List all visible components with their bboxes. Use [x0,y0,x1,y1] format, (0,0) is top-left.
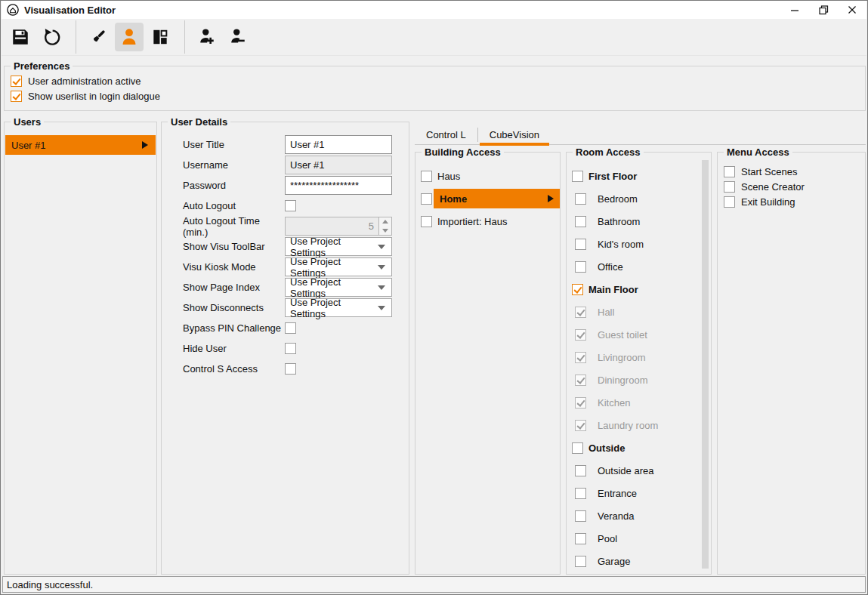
show-disconnects-select[interactable]: Use Project Settings [285,298,392,317]
app-logo-icon [6,3,20,17]
room-label: Kid's room [598,239,644,250]
scene-creator-checkbox[interactable] [724,181,735,193]
preferences-group: Preferences User administration active S… [4,66,866,111]
auto-logout-checkbox[interactable] [285,200,296,211]
user-administration-checkbox[interactable] [11,76,22,87]
bypass-pin-checkbox[interactable] [285,322,296,334]
building-label: Haus [437,171,460,182]
show-userlist-checkbox[interactable] [11,91,22,102]
control-s-access-label: Control S Access [183,363,285,375]
first-floor-checkbox[interactable] [572,171,583,182]
access-tab-bar: Control L CubeVision [415,125,866,145]
room-item[interactable]: Main Floor [567,278,700,301]
show-page-index-select[interactable]: Use Project Settings [285,278,392,297]
bedroom-checkbox[interactable] [575,193,586,205]
stepper-up-icon[interactable] [379,217,391,227]
importiert-haus-checkbox[interactable] [421,216,432,227]
save-icon[interactable] [6,23,35,51]
show-visu-toolbar-row: Show Visu ToolBar Use Project Settings [183,237,391,256]
tab-cubevision[interactable]: CubeVision [478,125,551,144]
undo-icon[interactable] [37,23,66,51]
user-title-input[interactable] [285,135,392,154]
toolbar-separator [76,20,76,54]
room-access-scrollbar[interactable] [702,160,709,569]
room-item[interactable]: Bedroom [567,187,700,210]
auto-logout-time-stepper: 5 [285,217,392,236]
pref-label: Show userlist in login dialogue [28,91,160,102]
office-checkbox[interactable] [575,261,586,273]
pool-checkbox[interactable] [575,533,586,544]
bathroom-checkbox[interactable] [575,216,586,227]
room-label: Outside area [598,465,653,476]
layout-icon[interactable] [146,23,175,51]
hall-checkbox [575,307,586,318]
show-visu-toolbar-select[interactable]: Use Project Settings [285,237,392,256]
room-label: Bedroom [598,193,638,205]
brush-icon[interactable] [84,23,113,51]
stepper-down-icon[interactable] [379,227,391,236]
room-label: First Floor [588,171,637,182]
preferences-title: Preferences [11,60,73,72]
veranda-checkbox[interactable] [575,510,586,522]
main-floor-checkbox[interactable] [572,284,583,295]
building-access-group: Building Access Haus Home Importiert: Ha… [415,152,561,575]
menu-label: Exit Building [741,196,795,208]
remove-user-icon[interactable] [224,23,252,51]
garage-checkbox[interactable] [575,556,586,567]
auto-logout-time-label: Auto Logout Time (min.) [183,215,285,238]
window-controls [780,1,866,19]
user-admin-icon[interactable] [115,23,144,51]
add-user-icon[interactable] [193,23,221,51]
visu-kiosk-mode-select[interactable]: Use Project Settings [285,257,392,276]
haus-checkbox[interactable] [421,171,432,182]
hide-user-checkbox[interactable] [285,343,296,354]
menu-item-scene-creator[interactable]: Scene Creator [718,179,865,194]
room-item[interactable]: Veranda [567,504,700,527]
users-group: Users User #1 [4,122,157,575]
show-visu-toolbar-label: Show Visu ToolBar [183,241,285,252]
close-icon[interactable] [838,1,866,19]
room-label: Diningroom [598,375,647,386]
start-scenes-checkbox[interactable] [724,166,735,177]
room-item[interactable]: Office [567,255,700,278]
menu-item-exit-building[interactable]: Exit Building [718,194,865,209]
user-list-item-selected[interactable]: User #1 [5,135,156,155]
exit-building-checkbox[interactable] [724,196,735,208]
building-item-haus[interactable]: Haus [415,165,560,187]
entrance-checkbox[interactable] [575,488,586,499]
menu-item-start-scenes[interactable]: Start Scenes [718,164,865,179]
username-row: Username [183,156,391,174]
auto-logout-time-row: Auto Logout Time (min.) 5 [183,217,391,236]
room-item[interactable]: Outside area [567,459,700,482]
room-item[interactable]: Outside [567,436,700,459]
room-item[interactable]: Pool [567,527,700,550]
room-item[interactable]: Garage [567,550,700,572]
room-item[interactable]: Entrance [567,482,700,504]
tab-control-l[interactable]: Control L [415,125,477,144]
window-title: Visualisation Editor [24,5,116,16]
room-item[interactable]: First Floor [567,165,700,187]
outside-checkbox[interactable] [572,442,583,454]
kids-room-checkbox[interactable] [575,239,586,250]
restore-icon[interactable] [809,1,838,19]
scrollbar-thumb[interactable] [702,160,709,569]
home-checkbox[interactable] [421,193,432,205]
app-window: Visualisation Editor [0,0,868,595]
selected-band[interactable]: Home [434,189,560,208]
toolbar-separator [184,20,185,54]
menu-label: Start Scenes [741,166,797,177]
chevron-down-icon [378,245,385,249]
control-s-access-checkbox[interactable] [285,363,296,375]
room-item[interactable]: Kid's room [567,233,700,255]
auto-logout-label: Auto Logout [183,200,285,211]
building-item-importiert-haus[interactable]: Importiert: Haus [415,210,560,233]
building-label: Home [440,193,467,205]
room-label: Entrance [598,488,637,499]
minimize-icon[interactable] [780,1,809,19]
laundry-room-checkbox [575,420,586,431]
select-value: Use Project Settings [290,276,378,299]
building-item-home-selected[interactable]: Home [415,187,560,210]
password-input[interactable] [285,176,392,195]
outside-area-checkbox[interactable] [575,465,586,476]
room-item[interactable]: Bathroom [567,210,700,233]
